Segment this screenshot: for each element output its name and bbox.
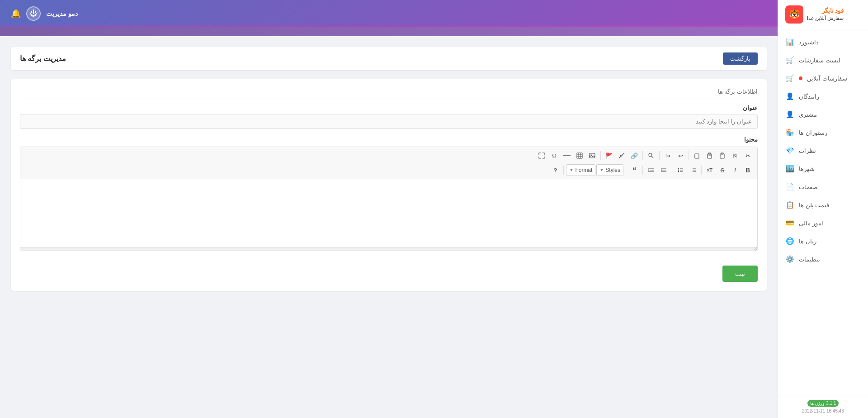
anchor-button[interactable]: 🚩 — [603, 150, 615, 162]
sidebar-logo: فود تایگر سفارش آنلاین غذا 🐯 — [778, 0, 868, 29]
outdent-button[interactable] — [658, 164, 670, 176]
format-dropdown[interactable]: Format ▼ — [566, 164, 595, 176]
toolbar-sep-2 — [659, 151, 660, 160]
back-button[interactable]: بازگشت — [723, 52, 758, 65]
page-header: بازگشت مدیریت برگه ها — [11, 47, 767, 70]
plans-icon: 📋 — [785, 200, 794, 209]
app-name: دمو مدیریت — [46, 10, 78, 17]
svg-line-35 — [753, 247, 757, 252]
toolbar-sep-4 — [600, 151, 601, 160]
sidebar-item-plans[interactable]: قیمت پلن ها 📋 — [778, 196, 868, 214]
version-badge: 3.1.1 ورژن ها — [807, 400, 839, 407]
sidebar-item-online-orders[interactable]: سفارشات آنلاین 🛒 — [778, 69, 868, 87]
svg-point-28 — [678, 171, 679, 172]
svg-text:W: W — [694, 155, 696, 158]
svg-text:3.: 3. — [690, 170, 691, 172]
sidebar-item-label: صفحات — [799, 184, 818, 190]
brand-name: فود تایگر — [807, 7, 844, 15]
sidebar-item-label: امور مالی — [799, 220, 823, 227]
brand-subtitle: سفارش آنلاین غذا — [807, 15, 844, 22]
format-dropdown-label: Format — [575, 167, 592, 173]
pages-icon: 📄 — [785, 182, 794, 191]
sidebar-nav: داشبورد 📊 لیست سفارشات 🛒 سفارشات آنلاین … — [778, 29, 868, 395]
toolbar-sep-8 — [626, 166, 626, 175]
image-button[interactable] — [586, 150, 598, 162]
copy-button[interactable]: ⎘ — [729, 150, 741, 162]
help-button[interactable]: ? — [549, 164, 561, 176]
bold-button[interactable]: B — [742, 164, 754, 176]
paste-word-button[interactable]: W — [691, 150, 703, 162]
orders-list-icon: 🛒 — [785, 56, 794, 65]
footer-timestamp: 16:45:43 2022-11-11 — [785, 408, 861, 413]
sidebar-logo-text: فود تایگر سفارش آنلاین غذا — [807, 7, 844, 22]
find-replace-button[interactable] — [645, 150, 657, 162]
sidebar-item-reviews[interactable]: نظرات 💎 — [778, 142, 868, 160]
indent-button[interactable] — [645, 164, 657, 176]
strikethrough-button[interactable]: S — [717, 164, 728, 176]
sidebar-item-label: داشبورد — [799, 39, 819, 46]
fullscreen-button[interactable] — [536, 150, 547, 162]
paste-text-button[interactable] — [704, 150, 716, 162]
styles-dropdown-arrow: ▼ — [599, 168, 604, 172]
sidebar-item-orders-list[interactable]: لیست سفارشات 🛒 — [778, 51, 868, 69]
sidebar-item-languages[interactable]: زبان ها 🌐 — [778, 232, 868, 250]
page-content: بازگشت مدیریت برگه ها اطلاعات برگه ها عن… — [0, 36, 778, 418]
paste-button[interactable] — [717, 150, 728, 162]
notification-bell[interactable]: 🔔 — [11, 9, 21, 19]
svg-point-27 — [678, 170, 679, 171]
languages-icon: 🌐 — [785, 237, 794, 246]
sidebar-item-finance[interactable]: امور مالی 💳 — [778, 214, 868, 232]
sidebar-item-label: قیمت پلن ها — [799, 202, 829, 209]
top-header: دمو مدیریت ⏻ 🔔 — [0, 0, 778, 27]
format-dropdown-arrow: ▼ — [569, 168, 573, 172]
svg-rect-12 — [577, 153, 582, 158]
sidebar-item-cities[interactable]: شهرها 🏙️ — [778, 160, 868, 178]
power-button[interactable]: ⏻ — [26, 6, 41, 21]
svg-point-26 — [678, 168, 679, 169]
sidebar-item-pages[interactable]: صفحات 📄 — [778, 178, 868, 196]
sidebar-item-label: تنظیمات — [799, 256, 820, 263]
settings-icon: ⚙️ — [785, 255, 794, 264]
sidebar-item-label: نظرات — [799, 147, 816, 154]
sidebar-item-label: زبان ها — [799, 238, 816, 245]
hr-button[interactable]: — — [561, 150, 573, 162]
restaurants-icon: 🏪 — [785, 128, 794, 137]
logo-icon: 🐯 — [785, 5, 803, 24]
styles-dropdown[interactable]: Styles ▼ — [596, 164, 623, 176]
unlink-button[interactable] — [616, 150, 627, 162]
special-char-button[interactable]: Ω — [548, 150, 560, 162]
cut-button[interactable]: ✂ — [742, 150, 754, 162]
drivers-icon: 👤 — [785, 92, 794, 101]
table-button[interactable] — [574, 150, 585, 162]
redo-button[interactable]: ↪ — [662, 150, 674, 162]
toolbar-sep-6 — [672, 166, 672, 175]
link-button[interactable]: 🔗 — [628, 150, 640, 162]
svg-rect-10 — [590, 153, 595, 158]
finance-icon: 💳 — [785, 218, 794, 228]
toolbar-sep-9 — [563, 166, 564, 175]
sidebar-item-settings[interactable]: تنظیمات ⚙️ — [778, 250, 868, 268]
unordered-list-button[interactable] — [675, 164, 686, 176]
sidebar: فود تایگر سفارش آنلاین غذا 🐯 داشبورد 📊 ل… — [778, 0, 868, 418]
power-icon: ⏻ — [30, 10, 37, 18]
blockquote-button[interactable]: ❝ — [628, 164, 640, 176]
submit-button[interactable]: ثبت — [722, 266, 758, 282]
toolbar-sep-3 — [642, 151, 643, 160]
toolbar-row-2: B I S Tx 1.2.3. — [24, 164, 754, 176]
editor-resize-handle[interactable] — [20, 247, 757, 251]
sidebar-item-drivers[interactable]: رانندگان 👤 — [778, 87, 868, 105]
sidebar-item-restaurants[interactable]: رستوران ها 🏪 — [778, 124, 868, 142]
italic-button[interactable]: I — [729, 164, 741, 176]
editor-body[interactable] — [20, 179, 757, 247]
sidebar-item-label: رستوران ها — [799, 129, 827, 136]
sidebar-item-customers[interactable]: مشتری 👤 — [778, 105, 868, 124]
ordered-list-button[interactable]: 1.2.3. — [687, 164, 699, 176]
dashboard-icon: 📊 — [785, 38, 794, 47]
toolbar-sep-1 — [689, 151, 689, 160]
title-input[interactable] — [20, 114, 758, 129]
online-orders-icon: 🛒 — [785, 74, 794, 83]
remove-format-button[interactable]: Tx — [704, 164, 716, 176]
undo-button[interactable]: ↩ — [675, 150, 686, 162]
sidebar-item-dashboard[interactable]: داشبورد 📊 — [778, 33, 868, 51]
svg-point-7 — [649, 153, 652, 157]
